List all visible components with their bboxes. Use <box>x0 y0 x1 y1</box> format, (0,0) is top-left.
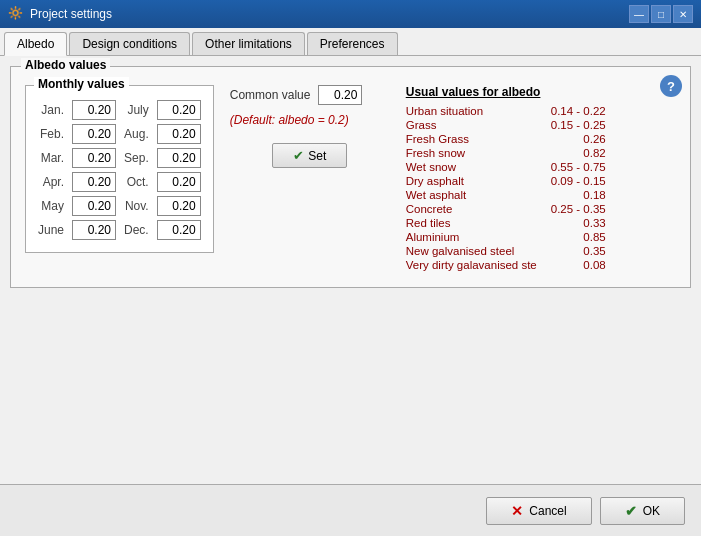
close-button[interactable]: ✕ <box>673 5 693 23</box>
footer: ✕ Cancel ✔ OK <box>0 484 701 536</box>
content-area: Albedo values ? Monthly values Jan.JulyF… <box>0 56 701 484</box>
set-button-label: Set <box>308 149 326 163</box>
common-value-section: Common value (Default: albedo = 0.2) ✔ S… <box>230 85 390 168</box>
usual-value-name: Wet snow <box>406 161 456 173</box>
usual-value-amount: 0.08 <box>583 259 605 271</box>
usual-value-name: Wet asphalt <box>406 189 467 201</box>
usual-value-name: Dry asphalt <box>406 175 464 187</box>
month-input[interactable] <box>72 220 116 240</box>
usual-value-name: Aluminium <box>406 231 460 243</box>
ok-icon: ✔ <box>625 503 637 519</box>
month-input[interactable] <box>157 172 201 192</box>
albedo-values-group: Albedo values ? Monthly values Jan.JulyF… <box>10 66 691 288</box>
usual-value-amount: 0.18 <box>583 189 605 201</box>
usual-values-section: Usual values for albedo Urban situation0… <box>406 85 606 273</box>
tab-bar: Albedo Design conditions Other limitatio… <box>0 28 701 56</box>
default-text: (Default: albedo = 0.2) <box>230 113 390 127</box>
month-label: Feb. <box>38 127 64 141</box>
cancel-icon: ✕ <box>511 503 523 519</box>
month-label: Dec. <box>124 223 149 237</box>
usual-value-name: Urban situation <box>406 105 483 117</box>
month-label: Apr. <box>38 175 64 189</box>
usual-value-row: New galvanised steel0.35 <box>406 245 606 257</box>
usual-value-row: Grass0.15 - 0.25 <box>406 119 606 131</box>
usual-value-row: Wet snow0.55 - 0.75 <box>406 161 606 173</box>
tab-preferences[interactable]: Preferences <box>307 32 398 55</box>
usual-value-row: Red tiles0.33 <box>406 217 606 229</box>
usual-value-name: Concrete <box>406 203 453 215</box>
usual-value-name: Red tiles <box>406 217 451 229</box>
usual-value-name: Fresh snow <box>406 147 465 159</box>
month-label: May <box>38 199 64 213</box>
tab-other-limitations[interactable]: Other limitations <box>192 32 305 55</box>
month-input[interactable] <box>72 172 116 192</box>
window-controls: — □ ✕ <box>629 5 693 23</box>
month-label: Nov. <box>124 199 149 213</box>
usual-value-amount: 0.15 - 0.25 <box>551 119 606 131</box>
usual-value-row: Urban situation0.14 - 0.22 <box>406 105 606 117</box>
usual-value-amount: 0.82 <box>583 147 605 159</box>
usual-value-row: Dry asphalt0.09 - 0.15 <box>406 175 606 187</box>
usual-value-row: Wet asphalt0.18 <box>406 189 606 201</box>
common-value-label: Common value <box>230 88 311 102</box>
usual-value-amount: 0.55 - 0.75 <box>551 161 606 173</box>
minimize-button[interactable]: — <box>629 5 649 23</box>
month-input[interactable] <box>157 220 201 240</box>
month-label: July <box>124 103 149 117</box>
month-label: Aug. <box>124 127 149 141</box>
usual-value-name: Very dirty galavanised ste <box>406 259 537 271</box>
tab-albedo[interactable]: Albedo <box>4 32 67 56</box>
albedo-content: Monthly values Jan.JulyFeb.Aug.Mar.Sep.A… <box>25 85 676 273</box>
cancel-label: Cancel <box>529 504 566 518</box>
usual-value-row: Fresh Grass0.26 <box>406 133 606 145</box>
usual-value-amount: 0.09 - 0.15 <box>551 175 606 187</box>
set-button[interactable]: ✔ Set <box>272 143 347 168</box>
month-label: Sep. <box>124 151 149 165</box>
usual-value-row: Aluminium0.85 <box>406 231 606 243</box>
usual-value-row: Very dirty galavanised ste0.08 <box>406 259 606 271</box>
usual-value-amount: 0.35 <box>583 245 605 257</box>
monthly-grid: Jan.JulyFeb.Aug.Mar.Sep.Apr.Oct.MayNov.J… <box>38 100 201 240</box>
month-label: June <box>38 223 64 237</box>
checkmark-icon: ✔ <box>293 148 304 163</box>
app-icon: 🔆 <box>8 6 24 22</box>
month-input[interactable] <box>72 196 116 216</box>
ok-label: OK <box>643 504 660 518</box>
help-button[interactable]: ? <box>660 75 682 97</box>
month-input[interactable] <box>157 196 201 216</box>
usual-value-amount: 0.25 - 0.35 <box>551 203 606 215</box>
usual-value-amount: 0.85 <box>583 231 605 243</box>
usual-value-row: Concrete0.25 - 0.35 <box>406 203 606 215</box>
cancel-button[interactable]: ✕ Cancel <box>486 497 591 525</box>
usual-value-name: New galvanised steel <box>406 245 515 257</box>
usual-value-amount: 0.33 <box>583 217 605 229</box>
ok-button[interactable]: ✔ OK <box>600 497 685 525</box>
usual-value-row: Fresh snow0.82 <box>406 147 606 159</box>
usual-value-amount: 0.14 - 0.22 <box>551 105 606 117</box>
month-input[interactable] <box>157 124 201 144</box>
month-input[interactable] <box>157 100 201 120</box>
month-input[interactable] <box>72 148 116 168</box>
month-input[interactable] <box>72 100 116 120</box>
monthly-values-group: Monthly values Jan.JulyFeb.Aug.Mar.Sep.A… <box>25 85 214 253</box>
usual-values-list: Urban situation0.14 - 0.22Grass0.15 - 0.… <box>406 105 606 273</box>
common-value-row: Common value <box>230 85 390 105</box>
month-input[interactable] <box>72 124 116 144</box>
monthly-values-legend: Monthly values <box>34 77 129 91</box>
group-legend: Albedo values <box>21 58 110 72</box>
usual-values-title: Usual values for albedo <box>406 85 606 99</box>
usual-value-name: Fresh Grass <box>406 133 469 145</box>
usual-value-amount: 0.26 <box>583 133 605 145</box>
month-input[interactable] <box>157 148 201 168</box>
month-label: Mar. <box>38 151 64 165</box>
title-bar: 🔆 Project settings — □ ✕ <box>0 0 701 28</box>
common-value-input[interactable] <box>318 85 362 105</box>
usual-value-name: Grass <box>406 119 437 131</box>
maximize-button[interactable]: □ <box>651 5 671 23</box>
window-title: Project settings <box>30 7 623 21</box>
month-label: Oct. <box>124 175 149 189</box>
tab-design-conditions[interactable]: Design conditions <box>69 32 190 55</box>
month-label: Jan. <box>38 103 64 117</box>
